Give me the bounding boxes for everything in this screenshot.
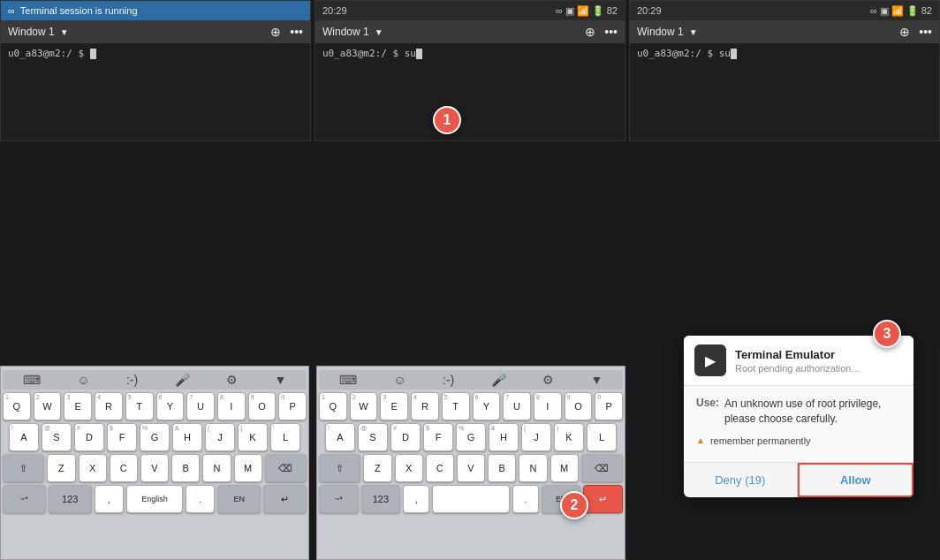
key-z-1[interactable]: Z bbox=[47, 454, 75, 482]
key-k-1[interactable]: )K bbox=[238, 423, 268, 451]
expand-icon-2[interactable]: ▼ bbox=[590, 373, 603, 387]
key-l-1[interactable]: 'L bbox=[270, 423, 300, 451]
key-i-2[interactable]: 8I bbox=[534, 392, 562, 420]
remember-option[interactable]: ▲ remember permanently bbox=[696, 435, 901, 446]
emoticon-icon-2[interactable]: :-) bbox=[443, 373, 454, 387]
key-enter-1[interactable]: ↵ bbox=[263, 485, 307, 513]
settings-icon-2[interactable]: ⚙ bbox=[542, 373, 554, 387]
key-shift-1[interactable]: ⇧ bbox=[3, 454, 44, 482]
statusbar-text: Terminal session is running bbox=[20, 5, 138, 16]
key-q-2[interactable]: 1Q bbox=[319, 392, 347, 420]
key-comma-1[interactable]: , bbox=[95, 485, 124, 513]
add-window-icon-2[interactable]: ⊕ bbox=[585, 25, 595, 39]
key-j-2[interactable]: (J bbox=[521, 423, 551, 451]
key-space-2[interactable] bbox=[432, 485, 509, 513]
key-u-1[interactable]: 7U bbox=[186, 392, 215, 420]
key-t-1[interactable]: 5T bbox=[125, 392, 154, 420]
key-p-2[interactable]: 0P bbox=[595, 392, 623, 420]
key-shift-2[interactable]: ⇧ bbox=[319, 454, 360, 482]
key-english-1[interactable]: English bbox=[126, 485, 183, 513]
key-n-2[interactable]: N bbox=[519, 454, 547, 482]
key-123-2[interactable]: 123 bbox=[361, 485, 401, 513]
key-comma-2[interactable]: , bbox=[403, 485, 429, 513]
emoticon-icon-1[interactable]: :-) bbox=[126, 373, 138, 387]
key-m-2[interactable]: M bbox=[550, 454, 579, 482]
key-x-1[interactable]: X bbox=[79, 454, 107, 482]
key-s-1[interactable]: @S bbox=[42, 423, 72, 451]
key-sym-1[interactable]: ~* bbox=[3, 485, 46, 513]
key-del-1[interactable]: ⌫ bbox=[265, 454, 307, 482]
expand-icon-1[interactable]: ▼ bbox=[274, 373, 286, 387]
statusbar-1: ∞ Terminal session is running bbox=[1, 1, 310, 20]
key-f-1[interactable]: $F bbox=[107, 423, 137, 451]
emoji-icon-1[interactable]: ☺ bbox=[77, 373, 89, 387]
keyboard-icon-2[interactable]: ⌨ bbox=[339, 373, 357, 387]
more-options-icon-1[interactable]: ••• bbox=[290, 25, 303, 39]
key-period-2[interactable]: . bbox=[512, 485, 539, 513]
key-m-1[interactable]: M bbox=[234, 454, 262, 482]
key-g-1[interactable]: %G bbox=[140, 423, 170, 451]
key-r-2[interactable]: 4R bbox=[411, 392, 439, 420]
dropdown-arrow-2[interactable]: ▼ bbox=[375, 27, 383, 37]
key-y-2[interactable]: 6Y bbox=[473, 392, 501, 420]
deny-button[interactable]: Deny (19) bbox=[684, 463, 798, 497]
key-s-2[interactable]: @S bbox=[358, 423, 388, 451]
key-d-2[interactable]: #D bbox=[390, 423, 421, 451]
key-t-2[interactable]: 5T bbox=[442, 392, 470, 420]
mic-icon-2[interactable]: 🎤 bbox=[491, 373, 506, 387]
emoji-icon-2[interactable]: ☺ bbox=[393, 373, 406, 387]
key-enter-2[interactable]: ↵ bbox=[583, 485, 623, 513]
key-k-2[interactable]: )K bbox=[554, 423, 584, 451]
key-period-1[interactable]: . bbox=[186, 485, 215, 513]
key-w-2[interactable]: 2W bbox=[350, 392, 378, 420]
key-v-2[interactable]: V bbox=[457, 454, 485, 482]
key-a-1[interactable]: !A bbox=[9, 423, 39, 451]
key-b-2[interactable]: B bbox=[488, 454, 516, 482]
key-sym-2[interactable]: ~* bbox=[319, 485, 359, 513]
key-en-1[interactable]: EN bbox=[217, 485, 261, 513]
settings-icon-1[interactable]: ⚙ bbox=[226, 373, 238, 387]
infinite-icon-2: ∞ bbox=[556, 5, 563, 16]
key-y-1[interactable]: 6Y bbox=[156, 392, 185, 420]
more-options-icon-2[interactable]: ••• bbox=[604, 25, 618, 39]
key-h-2[interactable]: &H bbox=[489, 423, 519, 451]
key-123-1[interactable]: 123 bbox=[49, 485, 92, 513]
keyboard-icon-1[interactable]: ⌨ bbox=[23, 373, 41, 387]
key-o-2[interactable]: 9O bbox=[565, 392, 593, 420]
key-d-1[interactable]: #D bbox=[74, 423, 104, 451]
dropdown-arrow-3[interactable]: ▼ bbox=[689, 27, 698, 37]
key-c-1[interactable]: C bbox=[110, 454, 138, 482]
key-c-2[interactable]: C bbox=[426, 454, 454, 482]
titlebar-actions-3: ⊕ ••• bbox=[899, 25, 932, 39]
use-label: Use: bbox=[696, 397, 719, 427]
key-i-1[interactable]: 8I bbox=[217, 392, 246, 420]
key-g-2[interactable]: %G bbox=[456, 423, 486, 451]
key-j-1[interactable]: (J bbox=[205, 423, 235, 451]
key-del-2[interactable]: ⌫ bbox=[581, 454, 623, 482]
key-a-2[interactable]: !A bbox=[325, 423, 355, 451]
key-o-1[interactable]: 9O bbox=[248, 392, 277, 420]
more-options-icon-3[interactable]: ••• bbox=[919, 25, 932, 39]
key-r-1[interactable]: 4R bbox=[95, 392, 123, 420]
key-z-2[interactable]: Z bbox=[363, 454, 391, 482]
add-window-icon-1[interactable]: ⊕ bbox=[270, 25, 281, 39]
key-e-2[interactable]: 3E bbox=[380, 392, 408, 420]
key-u-2[interactable]: 7U bbox=[503, 392, 531, 420]
allow-button[interactable]: Allow bbox=[798, 463, 914, 497]
dropdown-arrow-1[interactable]: ▼ bbox=[60, 27, 69, 37]
kb-toolbar-2: ⌨ ☺ :-) 🎤 ⚙ ▼ bbox=[319, 370, 623, 390]
key-x-2[interactable]: X bbox=[395, 454, 423, 482]
key-l-2[interactable]: 'L bbox=[587, 423, 617, 451]
key-e-1[interactable]: 3E bbox=[64, 392, 92, 420]
key-f-2[interactable]: $F bbox=[423, 423, 453, 451]
key-h-1[interactable]: &H bbox=[172, 423, 202, 451]
key-p-1[interactable]: 0P bbox=[278, 392, 307, 420]
key-b-1[interactable]: B bbox=[171, 454, 200, 482]
key-v-1[interactable]: V bbox=[140, 454, 169, 482]
window-title-3: Window 1 bbox=[637, 26, 684, 38]
add-window-icon-3[interactable]: ⊕ bbox=[899, 25, 910, 39]
key-w-1[interactable]: 2W bbox=[34, 392, 62, 420]
key-q-1[interactable]: 1Q bbox=[3, 392, 31, 420]
key-n-1[interactable]: N bbox=[202, 454, 231, 482]
mic-icon-1[interactable]: 🎤 bbox=[175, 373, 190, 387]
